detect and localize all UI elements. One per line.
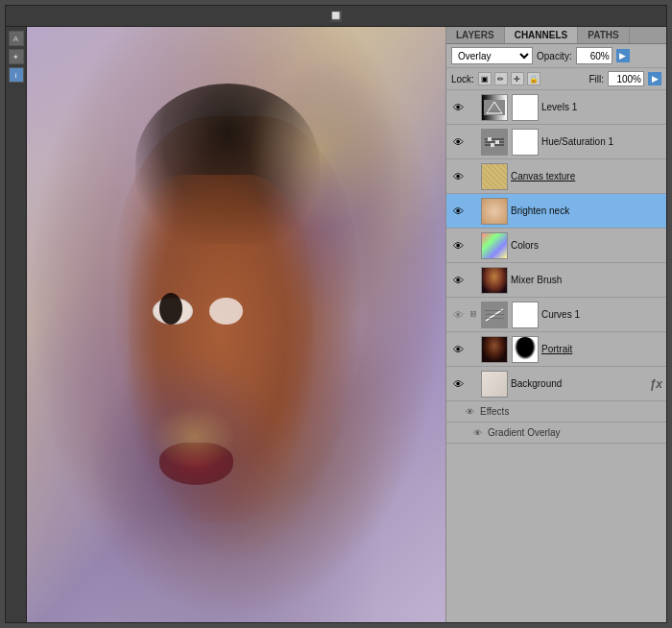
visibility-colors[interactable]: 👁 [450, 238, 466, 254]
svg-rect-8 [495, 140, 499, 144]
layer-item-canvas-texture[interactable]: 👁 Canvas texture [446, 159, 666, 194]
lock-all-btn[interactable]: 🔒 [527, 72, 540, 85]
layer-name-huesat1: Hue/Saturation 1 [541, 136, 662, 147]
layer-item-portrait[interactable]: 👁 Portrait [446, 332, 666, 367]
gradient-overlay-label: Gradient Overlay [488, 427, 561, 438]
layer-name-colors: Colors [511, 240, 662, 251]
gradient-overlay-eye[interactable]: 👁 [473, 428, 482, 438]
thumb-background [481, 371, 508, 398]
mask-curves1 [512, 302, 539, 328]
app-container: 🔲 A ✦ i [5, 5, 667, 623]
left-toolbar: A ✦ i [6, 27, 27, 622]
mask-portrait [512, 336, 539, 363]
chain-curves1: ⛓ [468, 307, 478, 323]
visibility-levels1[interactable]: 👁 [450, 100, 466, 115]
blend-mode-select[interactable]: Overlay Normal Multiply Screen [451, 47, 533, 64]
chain-portrait [468, 342, 478, 357]
mask-huesat1 [512, 129, 539, 156]
thumb-group-portrait [481, 336, 539, 363]
layer-name-mixer-brush: Mixer Brush [511, 275, 662, 285]
thumb-mixer-brush [481, 267, 508, 294]
mask-levels1 [512, 94, 539, 121]
svg-rect-5 [485, 141, 504, 143]
visibility-canvas-texture[interactable]: 👁 [450, 169, 466, 184]
tool-info[interactable]: i [9, 67, 24, 83]
fill-label: Fill: [588, 74, 604, 85]
visibility-curves1[interactable]: 👁 [450, 307, 466, 323]
chain-background [468, 376, 478, 392]
layer-item-background[interactable]: 👁 Background ƒx [446, 367, 666, 401]
chain-canvas-texture [468, 169, 478, 184]
layer-item-levels1[interactable]: 👁 [446, 90, 666, 125]
layer-item-curves1[interactable]: 👁 ⛓ [446, 298, 666, 332]
tab-layers[interactable]: LAYERS [446, 27, 505, 43]
lock-row: Lock: ▣ ✏ ✛ 🔒 Fill: ▶ [446, 68, 666, 90]
chain-mixer-brush [468, 273, 478, 288]
panel-tabs: LAYERS CHANNELS PATHS [446, 27, 666, 44]
thumb-portrait [481, 336, 508, 363]
face-overlay [110, 116, 362, 563]
fill-input[interactable] [608, 71, 644, 86]
visibility-portrait[interactable]: 👁 [450, 342, 466, 357]
thumb-curves1 [481, 302, 508, 328]
thumb-group-huesat1 [481, 129, 539, 156]
thumb-colors [481, 232, 508, 259]
layers-panel: LAYERS CHANNELS PATHS Overlay Normal Mul… [445, 27, 666, 622]
visibility-brighten-neck[interactable]: 👁 [450, 204, 466, 219]
chain-huesat1 [468, 134, 478, 150]
layer-name-curves1: Curves 1 [541, 309, 662, 320]
opacity-label: Opacity: [537, 51, 572, 61]
effects-label: Effects [480, 406, 509, 417]
layer-name-background: Background [511, 378, 643, 389]
fill-arrow[interactable]: ▶ [648, 72, 661, 85]
svg-rect-7 [488, 137, 492, 141]
top-bar: 🔲 [6, 6, 666, 27]
tab-channels[interactable]: CHANNELS [505, 27, 579, 43]
tool-move[interactable]: ✦ [9, 49, 24, 64]
thumb-group-levels1 [481, 94, 539, 121]
artwork-painting [27, 27, 445, 622]
svg-rect-11 [485, 318, 504, 319]
layer-name-portrait: Portrait [541, 344, 662, 354]
layer-name-levels1: Levels 1 [541, 102, 662, 112]
chain-brighten-neck [468, 204, 478, 219]
chain-colors [468, 238, 478, 254]
chain-levels1 [468, 100, 478, 115]
thumb-canvas-texture [481, 163, 508, 190]
svg-rect-13 [485, 310, 504, 311]
thumb-levels1 [481, 94, 508, 121]
layer-item-mixer-brush[interactable]: 👁 Mixer Brush [446, 263, 666, 298]
layer-item-brighten-neck[interactable]: 👁 Brighten neck [446, 194, 666, 229]
lock-icons-group: ▣ ✏ ✛ 🔒 [478, 72, 586, 85]
visibility-huesat1[interactable]: 👁 [450, 134, 466, 150]
thumb-huesat1 [481, 129, 508, 156]
tab-paths[interactable]: PATHS [578, 27, 629, 43]
svg-rect-9 [491, 143, 494, 147]
visibility-mixer-brush[interactable]: 👁 [450, 273, 466, 288]
layer-name-brighten-neck: Brighten neck [511, 205, 662, 216]
svg-rect-12 [485, 314, 504, 315]
effects-eye[interactable]: 👁 [466, 407, 474, 417]
visibility-background[interactable]: 👁 [450, 376, 466, 392]
opacity-input[interactable] [576, 47, 612, 64]
fx-icon-background: ƒx [650, 377, 662, 391]
lock-image-btn[interactable]: ✏ [494, 72, 508, 85]
layer-gradient-overlay[interactable]: 👁 Gradient Overlay [446, 423, 666, 444]
lock-label: Lock: [451, 74, 474, 85]
lock-transparency-btn[interactable]: ▣ [478, 72, 492, 85]
opacity-arrow[interactable]: ▶ [616, 49, 630, 62]
layer-effects-group[interactable]: 👁 Effects [446, 401, 666, 423]
thumb-group-curves1 [481, 302, 539, 328]
blend-mode-row: Overlay Normal Multiply Screen Opacity: … [446, 44, 666, 68]
topbar-icon: 🔲 [329, 10, 343, 22]
canvas-area [27, 27, 445, 622]
tool-type[interactable]: A [9, 31, 24, 46]
layers-list: 👁 [446, 90, 666, 622]
layer-item-colors[interactable]: 👁 Colors [446, 229, 666, 263]
layer-item-huesat1[interactable]: 👁 [446, 125, 666, 159]
layer-name-canvas-texture: Canvas texture [511, 171, 662, 181]
main-area: A ✦ i [6, 27, 666, 622]
thumb-brighten-neck [481, 198, 508, 225]
lock-position-btn[interactable]: ✛ [511, 72, 524, 85]
